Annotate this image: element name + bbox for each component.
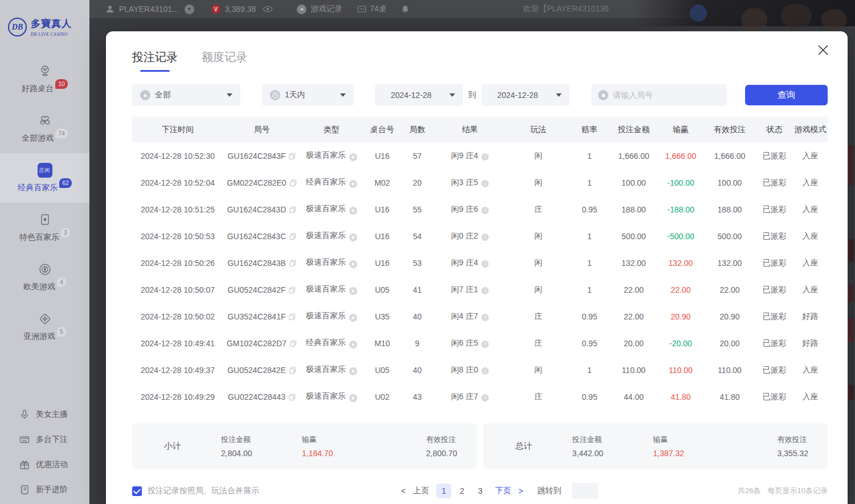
summary-row: 小计 投注金额 2,804.00 输赢 1,184.70 有效投注 2,800.… [132,423,828,469]
copy-icon[interactable] [289,366,296,373]
game-type: 极速百家乐 [306,284,346,293]
play-icon[interactable] [349,233,357,241]
play-icon[interactable] [349,287,357,295]
sidebar-item-beginner-guide[interactable]: 新手进阶 [0,477,89,502]
sidebar-item-beauty-anchor[interactable]: 美女主播 [0,402,89,427]
play-icon[interactable] [349,153,357,161]
sidebar-item-special-baccarat[interactable]: 特色百家乐3 [0,203,89,252]
date-range-to-label: 到 [468,90,476,100]
play-icon[interactable] [349,367,357,375]
info-icon[interactable]: i [481,233,489,241]
game-record-icon[interactable]: ≡ [297,5,306,14]
copy-icon[interactable] [289,313,296,319]
sidebar-item-labelrow: 全部游戏74 [22,133,68,144]
page-button-1[interactable]: 1 [436,483,451,498]
info-icon[interactable]: i [481,287,489,294]
records-total: 共26条 [738,486,760,496]
prev-page-button[interactable]: 上页 [413,486,429,496]
round-id: GM0224C282E0 [227,178,286,187]
brand-logo[interactable]: DB 多寶真人 DB LIVE CASINO [0,0,89,54]
player-name[interactable]: PLAYER43101... [119,5,179,14]
copy-icon[interactable] [290,339,297,346]
round-number-input[interactable] [613,91,720,100]
play-icon[interactable] [349,394,357,402]
copy-icon[interactable] [289,259,296,266]
bet-type-cell: 闲 [507,249,570,276]
sidebar-item-good-road-tables[interactable]: 好路桌台10 [0,54,89,104]
bell-icon[interactable] [402,5,409,13]
eye-icon[interactable] [263,6,273,13]
sidebar-item-asian-games[interactable]: 亚洲游戏5 [0,302,89,351]
prev-page-arrow[interactable]: < [401,486,406,495]
table-no-cell: U16 [363,249,402,276]
info-icon[interactable]: i [481,314,489,321]
pagination: < 上页 123 下页 > 跳转到 [401,483,598,499]
sidebar-item-promotions[interactable]: 优惠活动 [0,452,89,477]
result-value: 闲9 庄6 [451,204,478,214]
result-value: 闲9 庄4 [451,258,478,267]
tab-bet-records[interactable]: 投注记录 [132,50,178,72]
multi-table-icon [19,435,30,445]
play-icon[interactable] [349,314,357,322]
info-icon[interactable]: i [481,394,489,401]
next-page-arrow[interactable]: > [518,486,523,495]
info-icon[interactable]: i [481,260,489,268]
table-row: 2024-12-28 10:49:29GU0224C28443极速百家乐U024… [132,383,828,410]
sidebar-item-classic-baccarat[interactable]: 庄闲经典百家乐62 [0,153,89,203]
merge-checkbox[interactable] [132,486,142,496]
valid-bet-cell: 132.00 [703,249,756,276]
tables-icon[interactable] [357,6,366,13]
chevron-down-icon[interactable]: ▼ [185,5,194,14]
jump-to-input[interactable] [572,483,598,499]
play-icon[interactable] [349,180,357,188]
sidebar-item-multi-table[interactable]: 多台下注 [0,427,89,452]
close-icon[interactable] [816,43,831,58]
column-header: 输赢 [658,117,703,142]
page-button-2[interactable]: 2 [455,483,469,498]
table-row: 2024-12-28 10:51:25GU1624C2843D极速百家乐U165… [132,196,828,223]
logo-blob [690,5,707,22]
merge-toggle: 投注记录按照局、玩法合并展示 [132,486,360,496]
round-id-cell: GU1624C2843B [223,249,300,276]
play-icon[interactable] [349,260,357,268]
round-id-cell: GU0524C2842E [223,357,300,383]
column-header: 局数 [402,117,433,142]
play-icon[interactable] [349,341,357,349]
info-icon[interactable]: i [481,367,489,375]
tab-quota-records[interactable]: 额度记录 [202,50,247,72]
play-icon[interactable] [349,207,357,215]
records-table: 下注时间局号类型桌台号局数结果玩法赔率投注金额输赢有效投注状态游戏模式 2024… [132,117,828,410]
search-button[interactable]: 查询 [745,85,828,105]
copy-icon[interactable] [289,152,296,159]
info-icon[interactable]: i [481,153,489,161]
odds-cell: 1 [570,142,609,169]
game-type-cell: 极速百家乐 [300,303,363,330]
copy-icon[interactable] [289,232,296,239]
sidebar-item-label: 全部游戏 [22,133,54,144]
modal-footer: 投注记录按照局、玩法合并展示 < 上页 123 下页 > 跳转到 共26条 每页… [132,483,828,499]
table-row: 2024-12-28 10:50:53GU1624C2843C极速百家乐U165… [132,223,828,249]
next-page-button[interactable]: 下页 [495,486,511,496]
sidebar-item-all-games[interactable]: 全部游戏74 [0,104,89,153]
info-icon[interactable]: i [481,207,489,214]
sidebar-item-labelrow: 好路桌台10 [22,84,68,94]
game-record-label[interactable]: 游戏记录 [310,4,342,14]
info-icon[interactable]: i [481,180,489,187]
copy-icon[interactable] [289,393,296,400]
copy-icon[interactable] [289,206,296,212]
tables-count-label[interactable]: 74桌 [370,4,387,14]
topbar: PLAYER43101... ▼ V 3,389.38 ≡ 游戏记录 74桌 欢… [89,0,855,18]
time-range-select[interactable]: 1天内 [262,84,354,106]
sidebar-item-western-games[interactable]: 欧美游戏4 [0,252,89,302]
sidebar-item-badge: 10 [55,79,68,89]
copy-icon[interactable] [290,179,297,186]
date-to-picker[interactable]: 2024-12-28 [481,84,570,106]
date-from-picker[interactable]: 2024-12-28 [375,84,463,106]
page-button-3[interactable]: 3 [473,483,488,498]
info-icon[interactable]: i [481,341,489,348]
round-count-cell: 54 [402,223,433,249]
bet-type-cell: 闲 [507,223,570,249]
game-type-select[interactable]: ♠ 全部 [132,84,240,106]
odds-cell: 1 [570,276,609,303]
copy-icon[interactable] [289,286,296,293]
